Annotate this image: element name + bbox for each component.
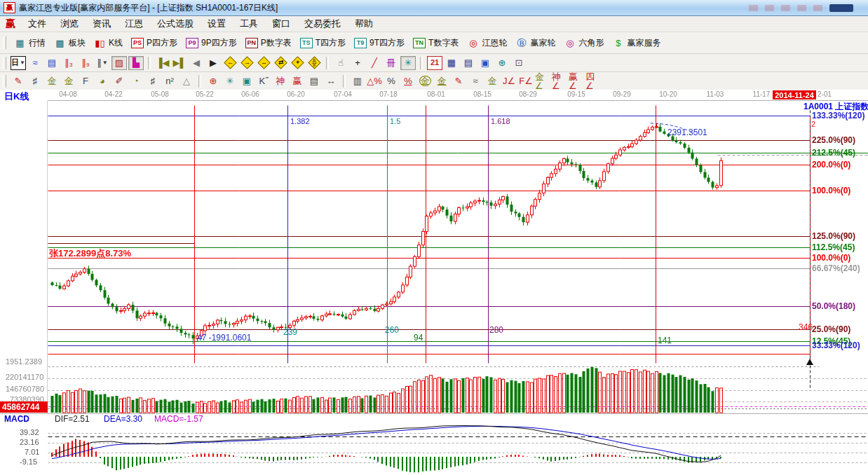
- menu-item-6[interactable]: 工具: [233, 16, 265, 32]
- web-target-icon[interactable]: ✳: [222, 74, 238, 88]
- network-icon[interactable]: ⊕: [494, 56, 510, 70]
- grid-lines-icon[interactable]: ♯: [27, 74, 43, 88]
- prev-bar-icon[interactable]: ◀: [189, 56, 204, 70]
- calendar-icon[interactable]: 21: [427, 56, 442, 70]
- winner-service-button[interactable]: $赢家服务: [608, 36, 665, 50]
- save-icon[interactable]: ▣: [477, 56, 493, 70]
- shift-left-icon[interactable]: ←: [222, 56, 238, 70]
- wave-icon-glyph: ≈: [473, 76, 477, 85]
- gann-wheel-button[interactable]: ◎江恩轮: [463, 36, 511, 50]
- menu-item-2[interactable]: 资讯: [86, 16, 118, 32]
- percent-trend-icon[interactable]: △%: [367, 74, 382, 88]
- menu-item-0[interactable]: 文件: [21, 16, 53, 32]
- pattern-mode-icon[interactable]: ▨: [111, 56, 127, 70]
- compass-draw-icon[interactable]: ✐: [111, 74, 127, 88]
- period-daily-dropdown[interactable]: 日▼: [11, 56, 26, 70]
- menu-item-9[interactable]: 帮助: [348, 16, 380, 32]
- gold-circle-icon[interactable]: 金: [417, 74, 433, 88]
- shen-angle-icon[interactable]: 神∠: [552, 74, 567, 88]
- ruler-123-icon[interactable]: ▤: [306, 74, 322, 88]
- chart-region[interactable]: 日K线1A0001 上证指数04-0804-2205-0805-2206-060…: [0, 90, 868, 475]
- f-angle-icon[interactable]: F∠: [518, 74, 534, 88]
- last-bar-icon[interactable]: ▶▌: [172, 56, 187, 70]
- hexagon-button[interactable]: ◎六角形: [560, 36, 608, 50]
- shen-grid-icon[interactable]: 神: [273, 74, 288, 88]
- bars-3-icon[interactable]: ∥₃: [61, 56, 76, 70]
- trendline-tool-icon[interactable]: ╱: [367, 56, 382, 70]
- toolbar-grip[interactable]: [3, 75, 6, 88]
- ying-grid-icon[interactable]: 赢: [290, 74, 305, 88]
- p9-square-button[interactable]: P99P四方形: [182, 36, 241, 50]
- gold-line-icon[interactable]: 金: [484, 74, 500, 88]
- candle-style-dropdown[interactable]: ∥▼: [95, 56, 110, 70]
- angle-prism-icon[interactable]: △: [179, 74, 194, 88]
- toolbar-separator: [343, 75, 346, 88]
- toolbar-grip[interactable]: [3, 36, 6, 49]
- crosshair-icon[interactable]: +: [350, 56, 365, 70]
- quotes-button[interactable]: ▦行情: [10, 36, 50, 50]
- gold-angle-icon[interactable]: 金∠: [535, 74, 550, 88]
- menu-logo-icon: 赢: [6, 18, 15, 30]
- network-icon-glyph: ⊕: [499, 58, 506, 67]
- zoom-in-icon-shape: +: [291, 56, 304, 69]
- curve-mode-icon[interactable]: ≈: [27, 56, 43, 70]
- auto-pattern-icon[interactable]: ✳: [400, 56, 416, 70]
- t-square-button[interactable]: TST四方形: [296, 36, 350, 50]
- full-view-icon[interactable]: ╬: [306, 56, 322, 70]
- bars-9-icon[interactable]: ∥₉: [78, 56, 93, 70]
- p-table-button[interactable]: PNP数字表: [241, 36, 296, 50]
- menu-item-1[interactable]: 浏览: [53, 16, 86, 32]
- p-square-button[interactable]: PSP四方形: [127, 36, 182, 50]
- zoom-in-icon[interactable]: +: [290, 56, 305, 70]
- circle-cross-icon[interactable]: ⊕: [205, 74, 221, 88]
- gold-grid2-icon[interactable]: 金: [61, 74, 76, 88]
- kline-icon: ▮▯: [94, 37, 106, 48]
- t-table-button[interactable]: TNT数字表: [409, 36, 463, 50]
- si-angle-icon[interactable]: 四∠: [585, 74, 601, 88]
- menu-item-3[interactable]: 江恩: [118, 16, 150, 32]
- k-marks-icon[interactable]: K˝: [256, 74, 271, 88]
- shift-right-icon[interactable]: →: [239, 56, 255, 70]
- first-bar-icon[interactable]: ▐◀: [155, 56, 170, 70]
- n-square-icon[interactable]: n²: [162, 74, 177, 88]
- gold-grid-icon[interactable]: 金: [44, 74, 60, 88]
- j-angle-icon[interactable]: J∠: [501, 74, 517, 88]
- titlebar-button-strip[interactable]: [829, 4, 853, 12]
- width-arrows-icon[interactable]: ↔: [323, 74, 339, 88]
- menu-item-7[interactable]: 窗口: [265, 16, 297, 32]
- t9-square-button[interactable]: T99T四方形: [350, 36, 409, 50]
- pan-hand-icon[interactable]: ☝: [333, 56, 348, 70]
- time-circle-icon[interactable]: ◔: [128, 74, 144, 88]
- kline-button[interactable]: ▮▯K线: [90, 36, 127, 50]
- sectors-button[interactable]: ▩板块: [50, 36, 90, 50]
- menu-item-4[interactable]: 公式选股: [150, 16, 201, 32]
- percent-icon[interactable]: %: [384, 74, 399, 88]
- brush-icon[interactable]: ✎: [451, 74, 466, 88]
- menu-item-8[interactable]: 交易委托: [297, 16, 348, 32]
- gold-level-icon-glyph: 金: [438, 76, 447, 85]
- workstation-icon[interactable]: ⊡: [511, 56, 527, 70]
- ying-angle-icon[interactable]: 赢∠: [569, 74, 584, 88]
- web-target-icon-glyph: ✳: [226, 76, 234, 85]
- next-bar-icon[interactable]: ▶: [205, 56, 221, 70]
- info-panel-icon[interactable]: ▤: [44, 56, 60, 70]
- winner-wheel-button[interactable]: Ⓑ赢家轮: [511, 36, 560, 50]
- wave-icon[interactable]: ≈: [468, 74, 483, 88]
- volume-profile-icon[interactable]: ▙: [128, 56, 144, 70]
- f-grid-icon[interactable]: F: [78, 74, 93, 88]
- calculator-icon[interactable]: ▦: [444, 56, 459, 70]
- notes-icon[interactable]: ▤: [461, 56, 476, 70]
- gann-grid-tool-icon[interactable]: 冊: [384, 56, 399, 70]
- draw-pen-icon[interactable]: ✎: [11, 74, 26, 88]
- percent-level-icon[interactable]: %: [400, 74, 416, 88]
- compress-icon[interactable]: ⇄: [273, 56, 288, 70]
- gold-level-icon[interactable]: 金: [434, 74, 449, 88]
- zoom-horizontal-icon[interactable]: ↔: [256, 56, 271, 70]
- square-target-icon[interactable]: ▣: [239, 74, 255, 88]
- chart-annotation: 47 -1991.0601: [197, 333, 251, 342]
- stats-panel-icon[interactable]: ▥: [350, 74, 365, 88]
- toolbar-grip[interactable]: [3, 57, 6, 69]
- spiral-icon[interactable]: ◕: [95, 74, 110, 88]
- menu-item-5[interactable]: 设置: [201, 16, 233, 32]
- hash-grid-icon[interactable]: ♯: [145, 74, 161, 88]
